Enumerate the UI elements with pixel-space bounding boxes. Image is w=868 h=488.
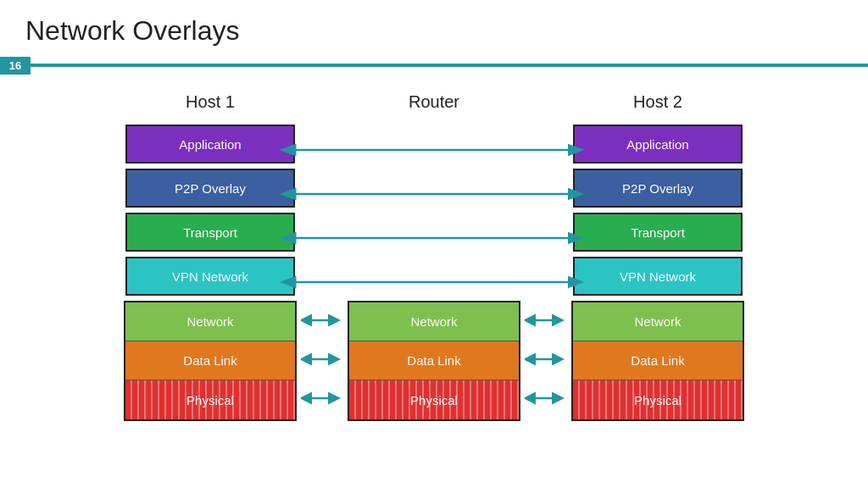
- router-host2-bottom-arrows: [520, 301, 571, 418]
- host2-application: Application: [573, 125, 743, 164]
- host2-bottom-stack: Network Data Link Physical: [571, 301, 744, 421]
- host1-physical: Physical: [125, 380, 295, 419]
- network-arrow-rh2: [520, 301, 571, 340]
- host1-transport: Transport: [125, 213, 295, 252]
- host2-transport: Transport: [573, 213, 743, 252]
- host2-datalink: Data Link: [573, 341, 743, 380]
- physical-arrow-h1r: [297, 379, 348, 418]
- router-datalink: Data Link: [349, 341, 519, 380]
- host1-vpn-network: VPN Network: [125, 257, 295, 296]
- router-column: Router Network Data Link Physical: [348, 92, 520, 421]
- arrows-host1-router: [297, 92, 348, 418]
- slide-number: 16: [0, 57, 31, 75]
- slide-title: Network Overlays: [0, 0, 868, 53]
- host1-datalink: Data Link: [125, 341, 295, 380]
- diagram-area: Host 1 Application P2P Overlay Transport…: [0, 77, 868, 421]
- router-network: Network: [349, 302, 519, 341]
- bidirectional-arrow-icon: [301, 309, 343, 331]
- bidirectional-arrow-icon: [525, 348, 567, 370]
- host2-network: Network: [573, 302, 743, 341]
- top-bar-line: [31, 64, 868, 67]
- host1-network: Network: [125, 302, 295, 341]
- host1-column: Host 1 Application P2P Overlay Transport…: [124, 92, 297, 421]
- host2-physical: Physical: [573, 380, 743, 419]
- host2-column: Host 2 Application P2P Overlay Transport…: [571, 92, 744, 421]
- datalink-arrow-rh2: [520, 340, 571, 379]
- top-bar: 16: [0, 53, 868, 77]
- bidirectional-arrow-icon: [301, 387, 343, 409]
- host1-application: Application: [125, 125, 295, 164]
- host1-bottom-stack: Network Data Link Physical: [124, 301, 297, 421]
- bidirectional-arrow-icon: [525, 387, 567, 409]
- router-bottom-stack: Network Data Link Physical: [348, 301, 520, 421]
- bidirectional-arrow-icon: [525, 309, 567, 331]
- host1-p2p-overlay: P2P Overlay: [125, 169, 295, 208]
- router-physical: Physical: [349, 380, 519, 419]
- host2-vpn-network: VPN Network: [573, 257, 743, 296]
- router-label: Router: [409, 92, 459, 116]
- datalink-arrow-h1r: [297, 340, 348, 379]
- host1-label: Host 1: [186, 92, 235, 116]
- arrows-router-host2: [520, 92, 571, 418]
- bidirectional-arrow-icon: [301, 348, 343, 370]
- network-arrow-h1r: [297, 301, 348, 340]
- host2-p2p-overlay: P2P Overlay: [573, 169, 743, 208]
- host2-label: Host 2: [633, 92, 682, 116]
- physical-arrow-rh2: [520, 379, 571, 418]
- host1-router-bottom-arrows: [297, 301, 348, 418]
